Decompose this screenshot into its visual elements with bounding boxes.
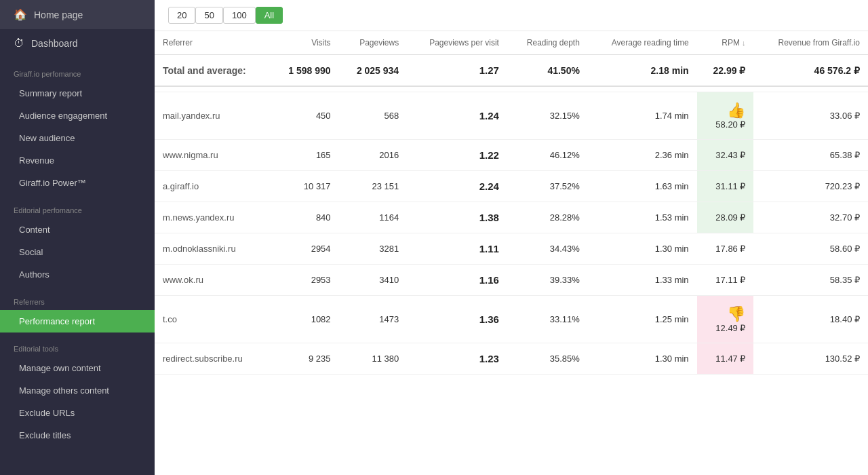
section-label-editorial-perfomance: Editorial perfomance [0, 194, 155, 218]
sidebar-item-new-audience[interactable]: New audience [0, 127, 155, 149]
table-row: a.giraff.io10 31723 1512.2437.52%1.63 mi… [155, 170, 868, 202]
sidebar-item-giraff-power[interactable]: Giraff.io Power™ [0, 172, 155, 194]
sidebar-item-manage-own-content[interactable]: Manage own content [0, 357, 155, 379]
cell-revenue-2: 720.23 ₽ [753, 170, 868, 202]
cell-rpm-3: 28.09 ₽ [697, 202, 754, 233]
thumbs-down-icon: 👎 [705, 305, 746, 323]
cell-rpm-1: 32.43 ₽ [697, 139, 754, 170]
sidebar-item-performance-report[interactable]: Performance report [0, 310, 155, 332]
total-rpm: 22.99 ₽ [697, 55, 754, 87]
table-row: mail.yandex.ru4505681.2432.15%1.74 min👍5… [155, 92, 868, 139]
sidebar-item-exclude-urls[interactable]: Exclude URLs [0, 402, 155, 424]
table-row: www.nigma.ru16520161.2246.12%2.36 min32.… [155, 139, 868, 170]
performance-table: ReferrerVisitsPageviewsPageviews per vis… [155, 31, 868, 375]
cell-referrer-5: www.ok.ru [155, 264, 271, 295]
cell-visits-4: 2954 [271, 233, 339, 264]
cell-rpm-4: 17.86 ₽ [697, 233, 754, 264]
sidebar-item-content[interactable]: Content [0, 218, 155, 241]
cell-visits-7: 9 235 [271, 343, 339, 374]
total-pageviews: 2 025 934 [339, 55, 408, 87]
cell-rpm-5: 17.11 ₽ [697, 264, 754, 295]
total-visits: 1 598 990 [271, 55, 339, 87]
cell-ppv-6: 1.36 [407, 295, 507, 343]
cell-visits-6: 1082 [271, 295, 339, 343]
cell-reading_depth-1: 46.12% [507, 139, 588, 170]
cell-reading_depth-6: 33.11% [507, 295, 588, 343]
cell-ppv-5: 1.16 [407, 264, 507, 295]
cell-visits-3: 840 [271, 202, 339, 233]
page-btn-20[interactable]: 20 [168, 7, 195, 24]
table-row: m.news.yandex.ru84011641.3828.28%1.53 mi… [155, 202, 868, 233]
cell-visits-2: 10 317 [271, 170, 339, 202]
col-header-visits: Visits [271, 31, 339, 55]
col-header-reading_depth: Reading depth [507, 31, 588, 55]
sidebar-item-audience-engagement[interactable]: Audience engagement [0, 104, 155, 127]
cell-avg_reading-2: 1.63 min [588, 170, 697, 202]
page-btn-50[interactable]: 50 [195, 7, 222, 24]
cell-rpm-2: 31.11 ₽ [697, 170, 754, 202]
cell-reading_depth-7: 35.85% [507, 343, 588, 374]
total-referrer: Total and average: [155, 55, 271, 87]
total-reading_depth: 41.50% [507, 55, 588, 87]
cell-pageviews-5: 3410 [339, 264, 408, 295]
home-label: Home page [34, 10, 83, 20]
cell-pageviews-1: 2016 [339, 139, 408, 170]
cell-pageviews-2: 23 151 [339, 170, 408, 202]
cell-pageviews-6: 1473 [339, 295, 408, 343]
cell-rpm-7: 11.47 ₽ [697, 343, 754, 374]
dashboard-label: Dashboard [31, 38, 78, 49]
page-btn-all[interactable]: All [256, 7, 283, 24]
cell-reading_depth-5: 39.33% [507, 264, 588, 295]
cell-rpm-6: 👎12.49 ₽ [697, 295, 754, 343]
table-row: redirect.subscribe.ru9 23511 3801.2335.8… [155, 343, 868, 374]
cell-reading_depth-4: 34.43% [507, 233, 588, 264]
cell-pageviews-3: 1164 [339, 202, 408, 233]
sidebar-item-manage-others-content[interactable]: Manage others content [0, 379, 155, 402]
cell-avg_reading-7: 1.30 min [588, 343, 697, 374]
col-header-revenue: Revenue from Giraff.io [753, 31, 868, 55]
cell-reading_depth-0: 32.15% [507, 92, 588, 139]
cell-referrer-6: t.co [155, 295, 271, 343]
nav-item-dashboard[interactable]: ⏱Dashboard [0, 29, 155, 58]
total-row: Total and average:1 598 9902 025 9341.27… [155, 55, 868, 87]
cell-avg_reading-5: 1.33 min [588, 264, 697, 295]
thumbs-up-icon: 👍 [705, 102, 746, 119]
cell-referrer-0: mail.yandex.ru [155, 92, 271, 139]
sidebar-item-summary-report[interactable]: Summary report [0, 82, 155, 104]
col-header-referrer: Referrer [155, 31, 271, 55]
cell-avg_reading-4: 1.30 min [588, 233, 697, 264]
home-icon: 🏠 [14, 8, 27, 21]
pagination-bar: 2050100All [155, 0, 868, 31]
nav-item-home[interactable]: 🏠Home page [0, 0, 155, 29]
cell-avg_reading-0: 1.74 min [588, 92, 697, 139]
separator-row [155, 86, 868, 92]
table-row: www.ok.ru295334101.1639.33%1.33 min17.11… [155, 264, 868, 295]
page-btn-100[interactable]: 100 [223, 7, 256, 24]
total-ppv: 1.27 [407, 55, 507, 87]
cell-ppv-2: 2.24 [407, 170, 507, 202]
table-wrapper: ReferrerVisitsPageviewsPageviews per vis… [155, 31, 868, 475]
cell-rpm-0: 👍58.20 ₽ [697, 92, 754, 139]
cell-visits-0: 450 [271, 92, 339, 139]
cell-pageviews-7: 11 380 [339, 343, 408, 374]
table-row: t.co108214731.3633.11%1.25 min👎12.49 ₽18… [155, 295, 868, 343]
table-row: m.odnoklassniki.ru295432811.1134.43%1.30… [155, 233, 868, 264]
cell-pageviews-0: 568 [339, 92, 408, 139]
cell-visits-5: 2953 [271, 264, 339, 295]
sidebar: 🏠Home page⏱Dashboard Giraff.io perfomanc… [0, 0, 155, 475]
cell-referrer-3: m.news.yandex.ru [155, 202, 271, 233]
col-header-pageviews: Pageviews [339, 31, 408, 55]
cell-referrer-2: a.giraff.io [155, 170, 271, 202]
sidebar-item-revenue[interactable]: Revenue [0, 149, 155, 172]
cell-ppv-0: 1.24 [407, 92, 507, 139]
sidebar-item-social[interactable]: Social [0, 241, 155, 263]
sidebar-item-exclude-titles[interactable]: Exclude titles [0, 424, 155, 446]
cell-avg_reading-6: 1.25 min [588, 295, 697, 343]
cell-ppv-7: 1.23 [407, 343, 507, 374]
col-header-rpm[interactable]: RPM [697, 31, 754, 55]
cell-revenue-1: 65.38 ₽ [753, 139, 868, 170]
section-label-giraff.io-perfomance: Giraff.io perfomance [0, 58, 155, 82]
cell-revenue-6: 18.40 ₽ [753, 295, 868, 343]
sidebar-item-authors[interactable]: Authors [0, 263, 155, 286]
cell-pageviews-4: 3281 [339, 233, 408, 264]
